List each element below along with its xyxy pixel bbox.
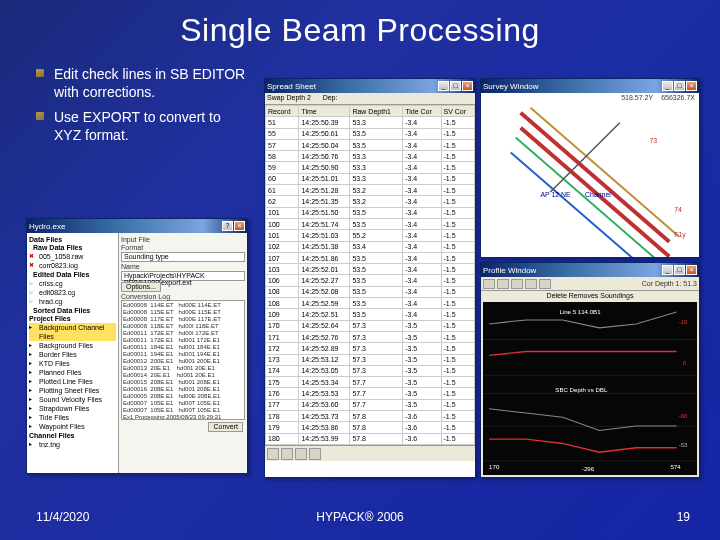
export-window: Hydro.exe ? × Data Files Raw Data Files … <box>26 218 248 474</box>
tree-group: Project Files <box>29 315 116 322</box>
tree-item[interactable]: Background Channel Files <box>29 323 116 341</box>
titlebar[interactable]: Survey Window _ □ × <box>481 79 699 93</box>
table-row[interactable]: 10814:25:52.5953.5-3.4-1.5 <box>266 298 475 309</box>
table-row[interactable]: 17414:25:53.0557.3-3.5-1.5 <box>266 365 475 376</box>
table-row[interactable]: 10014:25:51.7453.5-3.4-1.5 <box>266 218 475 229</box>
table-row[interactable]: 5114:25:50.3953.3-3.4-1.5 <box>266 117 475 128</box>
profile-chart[interactable]: -100-60-53170574-296Line 5 114.0B1SBC De… <box>483 302 697 475</box>
table-row[interactable]: 17514:25:53.3457.7-3.5-1.5 <box>266 377 475 388</box>
table-row[interactable]: 10814:25:52.0853.5-3.4-1.5 <box>266 286 475 297</box>
spreadsheet-window: Spread Sheet _ □ × Swap Depth 2 Dep: Rec… <box>264 78 476 478</box>
svg-text:-296: -296 <box>582 465 595 472</box>
tool-icon[interactable] <box>295 448 307 460</box>
tree-item[interactable]: Planned Files <box>29 368 116 377</box>
tree-group[interactable]: Raw Data Files <box>29 244 116 251</box>
table-row[interactable]: 10114:25:51.5053.5-3.4-1.5 <box>266 207 475 218</box>
minimize-button[interactable]: _ <box>662 265 673 275</box>
close-button[interactable]: × <box>686 265 697 275</box>
table-row[interactable]: 17614:25:53.5357.7-3.5-1.5 <box>266 388 475 399</box>
table-row[interactable]: 18014:25:53.9957.8-3.6-1.5 <box>266 433 475 444</box>
table-row[interactable]: 17114:25:52.7657.3-3.5-1.5 <box>266 331 475 342</box>
column-header[interactable]: SV Cor <box>441 106 474 117</box>
convert-button[interactable]: Convert <box>208 422 243 432</box>
tree-item[interactable]: Border Files <box>29 350 116 359</box>
table-row[interactable]: 10714:25:51.8653.5-3.4-1.5 <box>266 252 475 263</box>
table-row[interactable]: 17814:25:53.7357.8-3.6-1.5 <box>266 411 475 422</box>
table-row[interactable]: 17714:25:53.6057.7-3.5-1.5 <box>266 399 475 410</box>
table-row[interactable]: 17214:25:52.8957.3-3.5-1.5 <box>266 343 475 354</box>
table-row[interactable]: 17014:25:52.6457.3-3.5-1.5 <box>266 320 475 331</box>
maximize-button[interactable]: □ <box>674 81 685 91</box>
profile-note: Delete Removes Soundings <box>481 291 699 300</box>
help-button[interactable]: ? <box>222 221 233 231</box>
survey-plot[interactable]: 73 Channel AP 12 NE 74 F1y <box>481 93 699 257</box>
table-row[interactable]: 10114:25:51.0355.2-3.4-1.5 <box>266 230 475 241</box>
tree-group[interactable]: Sorted Data Files <box>29 307 116 314</box>
tree-item[interactable]: Tide Files <box>29 413 116 422</box>
close-button[interactable]: × <box>462 81 473 91</box>
close-button[interactable]: × <box>234 221 245 231</box>
save-icon[interactable] <box>497 279 509 289</box>
close-button[interactable]: × <box>686 81 697 91</box>
table-row[interactable]: 10914:25:52.5153.5-3.4-1.5 <box>266 309 475 320</box>
table-row[interactable]: 17914:25:53.8657.8-3.6-1.5 <box>266 422 475 433</box>
table-row[interactable]: 17314:25:53.1257.3-3.5-1.5 <box>266 354 475 365</box>
minimize-button[interactable]: _ <box>662 81 673 91</box>
tree-item[interactable]: criss.cg <box>29 279 116 288</box>
tree-item[interactable]: corr0823.log <box>29 261 116 270</box>
column-header[interactable]: Time <box>299 106 350 117</box>
titlebar[interactable]: Hydro.exe ? × <box>27 219 247 233</box>
titlebar[interactable]: Profile Window _ □ × <box>481 263 699 277</box>
column-header[interactable]: Raw Depth1 <box>350 106 403 117</box>
table-row[interactable]: 10214:25:51.3853.4-3.4-1.5 <box>266 241 475 252</box>
table-row[interactable]: 5814:25:50.7653.3-3.4-1.5 <box>266 151 475 162</box>
tool-icon[interactable] <box>309 448 321 460</box>
zoom-icon[interactable] <box>511 279 523 289</box>
column-header[interactable]: Tide Cor <box>403 106 441 117</box>
tree-item[interactable]: Plotted Line Files <box>29 377 116 386</box>
tool-icon[interactable] <box>281 448 293 460</box>
tree-item[interactable]: Sound Velocity Files <box>29 395 116 404</box>
tree-item[interactable]: 005_1058.raw <box>29 252 116 261</box>
table-row[interactable]: 10314:25:52.0153.5-3.4-1.5 <box>266 264 475 275</box>
tree-item[interactable]: tnz.tng <box>29 440 116 449</box>
tree-item[interactable]: Background Files <box>29 341 116 350</box>
tree-item[interactable]: KTD Files <box>29 359 116 368</box>
table-row[interactable]: 6014:25:51.0153.3-3.4-1.5 <box>266 173 475 184</box>
tree-group[interactable]: Edited Data Files <box>29 271 116 278</box>
name-field[interactable]: Hypack\Projects\HYPACK PR04\1800\export.… <box>121 271 245 281</box>
table-row[interactable]: 10614:25:52.2753.5-3.4-1.5 <box>266 275 475 286</box>
table-row[interactable]: 5514:25:50.6153.5-3.4-1.5 <box>266 128 475 139</box>
spreadsheet-footer-toolbar[interactable] <box>265 445 475 461</box>
tree-item[interactable]: Strapdown Files <box>29 404 116 413</box>
format-field[interactable]: Sounding type <box>121 252 245 262</box>
maximize-button[interactable]: □ <box>450 81 461 91</box>
undo-icon[interactable] <box>539 279 551 289</box>
minimize-button[interactable]: _ <box>438 81 449 91</box>
table-row[interactable]: 6214:25:51.3553.2-3.4-1.5 <box>266 196 475 207</box>
svg-line-3 <box>531 108 680 237</box>
titlebar[interactable]: Spread Sheet _ □ × <box>265 79 475 93</box>
svg-text:574: 574 <box>671 463 682 470</box>
maximize-button[interactable]: □ <box>674 265 685 275</box>
spreadsheet-table[interactable]: RecordTimeRaw Depth1Tide CorSV Cor 5114:… <box>265 105 475 445</box>
convlog-label: Conversion Log <box>121 293 245 300</box>
pan-icon[interactable] <box>525 279 537 289</box>
column-header[interactable]: Record <box>266 106 299 117</box>
table-row[interactable]: 5914:25:50.9053.3-3.4-1.5 <box>266 162 475 173</box>
options-button[interactable]: Options... <box>121 282 161 292</box>
tree-item[interactable]: Waypoint Files <box>29 422 116 431</box>
tree-item[interactable]: hrad.cg <box>29 297 116 306</box>
table-row[interactable]: 6114:25:51.2853.2-3.4-1.5 <box>266 185 475 196</box>
conversion-log[interactable]: Ed00008 114E.ET hd00E 114E.ET Ed00008 11… <box>121 300 245 420</box>
bullet-list: Edit check lines in SB EDITOR with corre… <box>36 64 246 150</box>
svg-text:-10: -10 <box>679 318 688 325</box>
slide-title: Single Beam Processing <box>0 0 720 55</box>
tool-icon[interactable] <box>267 448 279 460</box>
open-icon[interactable] <box>483 279 495 289</box>
tree-item[interactable]: edit0823.cg <box>29 288 116 297</box>
tree-item[interactable]: Plotting Sheet Files <box>29 386 116 395</box>
table-row[interactable]: 5714:25:50.0453.5-3.4-1.5 <box>266 139 475 150</box>
file-tree[interactable]: Data Files Raw Data Files 005_1058.raw c… <box>27 233 119 473</box>
profile-toolbar[interactable]: Cor Depth 1: 51.3 <box>481 277 699 291</box>
